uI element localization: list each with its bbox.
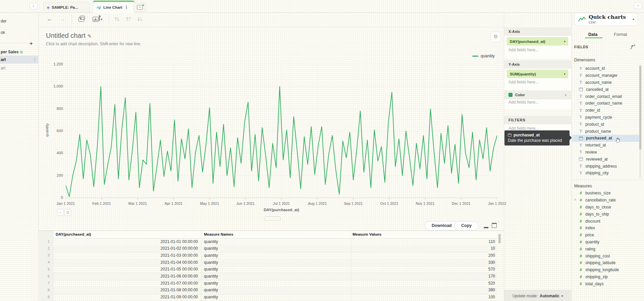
add-calculated-field-button[interactable]: ƒx+ (631, 44, 636, 49)
measure-item-cancellation_rate[interactable]: =#cancellation_rate (572, 197, 641, 204)
expand-panel-button[interactable]: › (634, 2, 642, 9)
measure-item-shipping_cost[interactable]: #shipping_cost (572, 252, 641, 259)
dimension-item-review[interactable]: Treview (572, 149, 641, 156)
filters-add-fields[interactable]: Add fields here... (508, 126, 539, 131)
measure-item-discount[interactable]: #discount (572, 218, 641, 225)
chart-settings-button[interactable]: ⚙ (490, 32, 501, 42)
sidebar-item-menu-icon[interactable]: ⋮ (33, 57, 37, 62)
table-row[interactable]: 2021-01-01 00:00:00quantity110 (39, 238, 497, 246)
table-row[interactable]: 2021-01-02 00:00:00quantity10 (39, 245, 497, 253)
table-scrollbar-thumb[interactable] (498, 234, 501, 243)
measure-item-shipping_longitude[interactable]: #shipping_longitude (572, 266, 641, 274)
y-axis-add-fields[interactable]: Add fields here... (508, 80, 539, 84)
legend-line-swatch (472, 56, 478, 57)
minimize-results-icon[interactable] (484, 224, 488, 228)
x-axis-field-pill[interactable]: DAY(purchased_at) ▾ (507, 37, 568, 46)
table-row[interactable]: 2021-01-07 00:00:00quantity520 (39, 280, 497, 287)
dimension-item-product_id[interactable]: Tproduct_id (572, 121, 641, 128)
sidebar-item-sales[interactable]: per Sales ✿ (1, 50, 23, 54)
column-header-measure-names[interactable]: Measure Names (204, 232, 233, 236)
color-header-label: Color (515, 93, 525, 97)
measure-item-days_to_close[interactable]: #days_to_close (572, 204, 641, 211)
undo-button[interactable]: ← (47, 16, 52, 22)
dimension-item-payment_cycle[interactable]: Tpayment_cycle (572, 114, 641, 121)
new-chart-tab-button[interactable]: ∿+ (133, 3, 146, 12)
dimension-item-product_name[interactable]: Tproduct_name (572, 128, 641, 135)
tab-line-chart-label: Line Chart (103, 5, 122, 9)
tab-format[interactable]: Format (614, 32, 627, 37)
table-row[interactable]: 2021-01-09 00:00:00quantity100 (39, 294, 497, 301)
column-header-date[interactable]: DAY(purchased_at) (56, 232, 91, 236)
measure-item-quantity[interactable]: #quantity (572, 239, 641, 246)
dimension-item-account_name[interactable]: Taccount_name (572, 79, 641, 86)
chart-scroll-handle[interactable] (264, 217, 281, 221)
remove-chart-type-icon[interactable]: ✕ (93, 17, 99, 22)
sidebar-item-chart-label: art (1, 57, 6, 62)
update-mode-row[interactable]: Update mode: Automatic ▾ (504, 290, 571, 301)
dimension-item-account_manager[interactable]: Taccount_manager (572, 72, 641, 79)
chart-zoom-reset-button[interactable]: ⊙ (64, 209, 71, 216)
copy-button[interactable]: Copy (454, 221, 479, 231)
dimension-item-shipping_address[interactable]: Tshipping_address (572, 163, 641, 170)
y-axis-field-pill[interactable]: SUM(quantity) ▾ (507, 70, 568, 78)
dimension-item-order_contact_name[interactable]: Torder_contact_name (572, 100, 641, 107)
tab-sample-dataset[interactable]: ◈ SAMPLE: Pa... (43, 2, 90, 12)
redo-button[interactable]: → (60, 16, 65, 22)
dimension-item-order_id[interactable]: Torder_id (572, 107, 641, 114)
duplicate-chart-icon[interactable] (78, 17, 84, 22)
color-section-header[interactable]: Color (504, 91, 571, 99)
table-row[interactable]: 2021-01-08 00:00:00quantity390 (39, 287, 497, 294)
sidebar-main-divider (38, 12, 39, 301)
dimension-item-cancelled_at[interactable]: cancelled_at (572, 86, 641, 93)
dimension-item-reviewed_at[interactable]: reviewed_at (572, 156, 641, 163)
dimension-label: account_id (585, 66, 605, 71)
dimension-item-order_contact_email[interactable]: Torder_contact_email (572, 93, 641, 100)
edit-title-pencil-icon[interactable]: ✎ (87, 33, 92, 39)
table-row[interactable]: 2021-01-03 00:00:00quantity200 (39, 252, 497, 259)
measure-item-total_days[interactable]: #total_days (572, 280, 641, 287)
table-row[interactable]: 2021-01-05 00:00:00quantity570 (39, 266, 497, 274)
chart-type-caret-icon[interactable]: ▾ (101, 18, 102, 21)
sidebar-item-chart-selected[interactable]: art ⋮ (0, 56, 38, 64)
measure-item-shipping_latitude[interactable]: #shipping_latitude (572, 259, 641, 266)
toolbar-divider (38, 27, 504, 27)
column-header-measure-values[interactable]: Measure Values (353, 232, 381, 236)
table-row[interactable]: 2021-01-04 00:00:00quantity330 (39, 259, 497, 266)
dimension-item-account_id[interactable]: Taccount_id (572, 65, 641, 72)
chart-title[interactable]: Untitled chart ✎ (46, 32, 92, 40)
tooltip-arrow (570, 135, 572, 140)
measure-item-business_size[interactable]: #business_size (572, 190, 641, 197)
chart-description-placeholder[interactable]: Click to add chart description. Shift-en… (46, 42, 141, 46)
fields-scrollbar-thumb[interactable] (639, 66, 641, 149)
sidebar-item-truncated-2[interactable]: ok (1, 30, 5, 35)
dimension-item-returned_at[interactable]: Treturned_at (572, 142, 641, 149)
x-axis-add-fields[interactable]: Add fields here... (508, 48, 539, 52)
measure-label: index (585, 226, 595, 230)
color-section-caret-icon[interactable]: ▾ (565, 93, 567, 97)
tab-line-chart[interactable]: Line Chart ⋮ (93, 1, 135, 13)
text-field-icon: T (579, 143, 583, 148)
expand-results-icon[interactable] (492, 223, 497, 228)
measure-item-index[interactable]: #index (572, 225, 641, 232)
measure-item-shipping_zip[interactable]: #shipping_zip (572, 274, 641, 281)
measure-item-rating[interactable]: #rating (572, 245, 641, 252)
sidebar-add-button[interactable]: + (30, 40, 33, 47)
measure-item-price[interactable]: #price (572, 232, 641, 239)
chart-zoom-out-button[interactable]: − (57, 209, 64, 216)
quick-charts-selector[interactable]: Quick charts Line ▾ (574, 13, 638, 26)
table-row[interactable]: 2021-01-06 00:00:00quantity170 (39, 273, 497, 281)
dimension-item-shipping_city[interactable]: Tshipping_city (572, 170, 641, 177)
tab-menu-icon[interactable]: ⋮ (124, 5, 128, 10)
measure-item-days_to_ship[interactable]: #days_to_ship (572, 210, 641, 218)
sidebar-item-chart-2[interactable]: art (1, 66, 5, 70)
download-button[interactable]: Download (425, 221, 459, 231)
update-mode-value[interactable]: Automatic (540, 294, 559, 298)
collapse-sidebar-button[interactable]: ‹ (30, 3, 38, 9)
color-add-fields[interactable]: Add fields here... (508, 100, 539, 105)
sidebar-item-truncated-1[interactable]: der (1, 19, 6, 23)
cell-date: 2021-01-05 00:00:00 (54, 267, 198, 272)
number-field-icon: # (579, 282, 583, 286)
tab-data[interactable]: Data (588, 32, 597, 37)
line-chart-plot[interactable] (66, 64, 497, 200)
dimension-item-purchased_at[interactable]: purchased_at (572, 135, 641, 142)
